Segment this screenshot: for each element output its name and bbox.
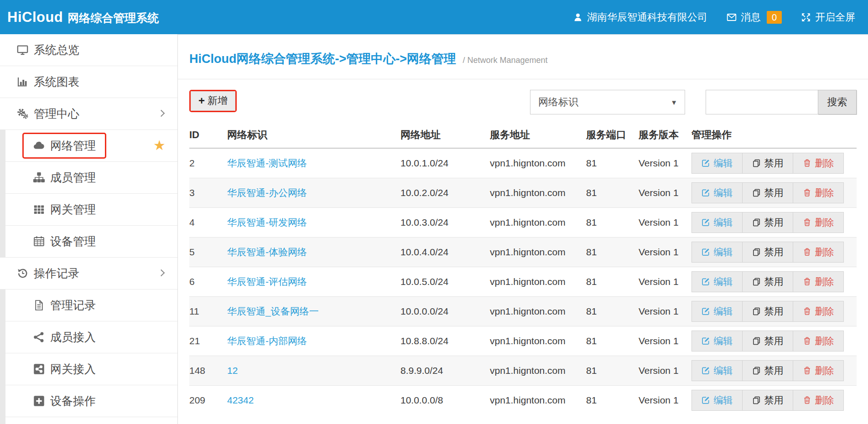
network-name-link[interactable]: 华辰智通-测试网络 (227, 158, 307, 168)
clone-ban-icon (752, 366, 761, 375)
company-menu[interactable]: 湖南华辰智通科技有限公司 (573, 10, 707, 24)
cell-server-port: 81 (586, 296, 639, 326)
col-header-network-address: 网络地址 (400, 114, 490, 148)
delete-button[interactable]: 删除 (793, 301, 844, 322)
sidebar-item[interactable]: 成员接入 (0, 321, 177, 353)
sidebar-item[interactable]: 管理记录 (0, 290, 177, 321)
edit-button[interactable]: 编辑 (691, 182, 743, 203)
envelope-icon (727, 12, 737, 22)
caret-down-icon: ▼ (670, 98, 677, 106)
row-actions: 编辑 禁用 删除 (691, 212, 857, 233)
trash-icon (803, 336, 811, 345)
cell-network-address: 10.8.8.0/24 (400, 326, 490, 356)
sidebar-item[interactable]: 系统总览 (0, 34, 177, 66)
sidebar-item-label: 成员接入 (50, 330, 96, 345)
cell-server-version: Version 1 (639, 207, 691, 237)
plus-icon: + (198, 94, 205, 108)
add-button[interactable]: + 新增 (191, 91, 235, 111)
delete-button[interactable]: 删除 (793, 153, 844, 174)
sidebar-item-label: 系统总览 (34, 42, 79, 57)
network-name-link[interactable]: 华辰智通-体验网络 (227, 247, 307, 257)
col-header-network-name: 网络标识 (227, 114, 400, 148)
network-name-link[interactable]: 42342 (227, 395, 254, 405)
cell-server-port: 81 (586, 178, 639, 207)
search-button[interactable]: 搜索 (818, 90, 857, 114)
trash-icon (803, 218, 811, 227)
cell-network-address: 10.0.4.0/24 (400, 237, 490, 267)
edit-button[interactable]: 编辑 (691, 331, 743, 352)
table-row: 148 12 8.9.9.0/24 vpn1.hignton.com 81 Ve… (189, 356, 857, 385)
edit-button[interactable]: 编辑 (691, 242, 743, 263)
delete-button[interactable]: 删除 (793, 331, 844, 352)
cell-server-port: 81 (586, 326, 639, 356)
network-name-link[interactable]: 华辰智通-内部网络 (227, 336, 307, 346)
trash-icon (803, 277, 811, 286)
row-actions: 编辑 禁用 删除 (691, 390, 857, 411)
sidebar-item[interactable]: 操作记录 (0, 258, 177, 290)
row-actions: 编辑 禁用 删除 (691, 182, 857, 203)
disable-button[interactable]: 禁用 (742, 301, 793, 322)
cell-server-version: Version 1 (639, 148, 691, 178)
edit-pencil-icon (702, 159, 710, 167)
sidebar-item[interactable]: 网关接入 (0, 353, 177, 385)
delete-button[interactable]: 删除 (793, 182, 844, 203)
network-name-link[interactable]: 华辰智通_设备网络一 (227, 306, 319, 316)
delete-button[interactable]: 删除 (793, 360, 844, 381)
table-row: 3 华辰智通-办公网络 10.0.2.0/24 vpn1.hignton.com… (189, 178, 857, 207)
cell-server-port: 81 (586, 267, 639, 296)
filter-select[interactable]: 网络标识 ▼ (530, 90, 685, 114)
edit-button[interactable]: 编辑 (691, 212, 743, 233)
network-name-link[interactable]: 华辰智通-研发网络 (227, 217, 307, 228)
cell-network-address: 8.9.9.0/24 (400, 356, 490, 385)
disable-button[interactable]: 禁用 (742, 331, 793, 352)
network-name-link[interactable]: 华辰智通-评估网络 (227, 276, 307, 287)
disable-button[interactable]: 禁用 (742, 212, 793, 233)
cell-server-port: 81 (586, 356, 639, 385)
disable-button[interactable]: 禁用 (742, 390, 793, 411)
cell-id: 21 (189, 326, 227, 356)
delete-button[interactable]: 删除 (793, 242, 844, 263)
topbar-right: 湖南华辰智通科技有限公司 消息 0 开启全屏 (573, 10, 855, 24)
disable-button[interactable]: 禁用 (742, 360, 793, 381)
disable-button[interactable]: 禁用 (742, 182, 793, 203)
edit-button[interactable]: 编辑 (691, 153, 743, 174)
add-button-label: 新增 (208, 95, 228, 107)
disable-button[interactable]: 禁用 (742, 242, 793, 263)
edit-button[interactable]: 编辑 (691, 390, 743, 411)
delete-button[interactable]: 删除 (793, 271, 844, 292)
edit-button[interactable]: 编辑 (691, 360, 743, 381)
disable-button[interactable]: 禁用 (742, 271, 793, 292)
edit-button[interactable]: 编辑 (691, 271, 743, 292)
sidebar-item[interactable]: 成员管理 (0, 162, 177, 194)
sidebar-item[interactable]: 网络管理 ★ (0, 130, 177, 162)
edit-button[interactable]: 编辑 (691, 301, 743, 322)
network-name-link[interactable]: 12 (227, 365, 238, 376)
network-name-link[interactable]: 华辰智通-办公网络 (227, 187, 307, 198)
row-actions: 编辑 禁用 删除 (691, 153, 857, 174)
sidebar-item[interactable] (0, 417, 177, 424)
delete-button[interactable]: 删除 (793, 390, 844, 411)
disable-button[interactable]: 禁用 (742, 153, 793, 174)
table-row: 6 华辰智通-评估网络 10.0.5.0/24 vpn1.hignton.com… (189, 267, 857, 296)
breadcrumb: HiCloud网络综合管理系统->管理中心->网络管理 (189, 52, 456, 66)
sidebar-item[interactable]: 网关管理 (0, 194, 177, 226)
company-name: 湖南华辰智通科技有限公司 (587, 10, 707, 24)
sidebar-item-label: 网络管理 (50, 138, 96, 153)
fullscreen-toggle[interactable]: 开启全屏 (801, 10, 855, 24)
cell-server-address: vpn1.hignton.com (490, 148, 586, 178)
cell-server-version: Version 1 (639, 296, 691, 326)
cell-id: 4 (189, 207, 227, 237)
delete-button[interactable]: 删除 (793, 212, 844, 233)
edit-pencil-icon (702, 277, 710, 286)
expand-icon (801, 12, 811, 22)
row-actions: 编辑 禁用 删除 (691, 331, 857, 352)
sidebar-item[interactable]: 设备管理 (0, 226, 177, 258)
messages-menu[interactable]: 消息 0 (727, 10, 782, 24)
clone-ban-icon (752, 307, 761, 315)
search-input[interactable] (706, 90, 818, 114)
sidebar-item[interactable]: 管理中心 (0, 98, 177, 130)
sidebar-item[interactable]: 设备操作 (0, 385, 177, 417)
clone-ban-icon (752, 218, 761, 227)
cloud-icon (33, 140, 45, 152)
sidebar-item[interactable]: 系统图表 (0, 66, 177, 98)
